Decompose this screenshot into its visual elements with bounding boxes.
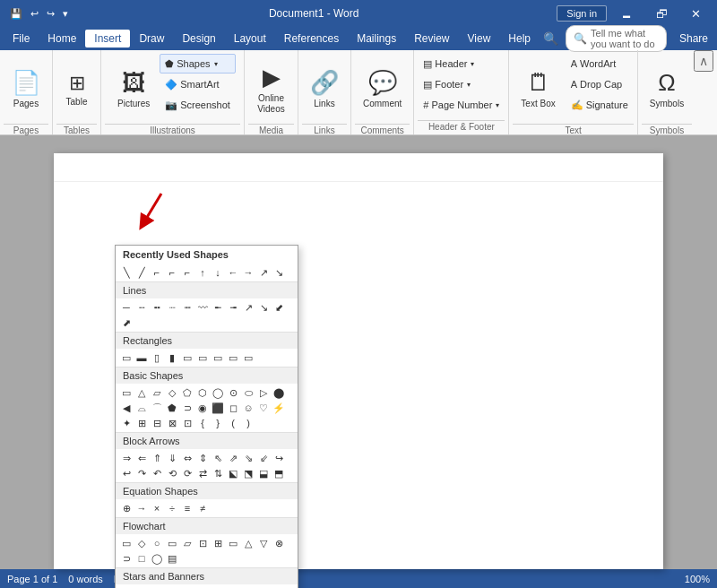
shape-icon[interactable]: ) <box>241 416 255 430</box>
menu-insert[interactable]: Insert <box>85 30 130 48</box>
shape-icon[interactable]: ⟳ <box>180 466 194 480</box>
shape-icon[interactable]: ⊠ <box>165 416 179 430</box>
shape-icon[interactable]: ⇙ <box>256 451 271 465</box>
symbols-button[interactable]: Ω Symbols <box>642 54 692 124</box>
links-button[interactable]: 🔗 Links <box>302 54 347 124</box>
redo-button[interactable]: ↪ <box>44 6 57 22</box>
shape-icon[interactable]: △ <box>241 536 255 550</box>
shape-icon[interactable]: ⬟ <box>165 401 179 415</box>
shape-icon[interactable]: ▭ <box>165 536 179 550</box>
pictures-button[interactable]: 🖼 Pictures <box>109 54 158 124</box>
shape-icon[interactable]: ⊙ <box>226 385 240 400</box>
shape-icon[interactable]: ◻ <box>226 401 240 415</box>
shape-icon[interactable]: ⇖ <box>211 451 225 465</box>
footer-button[interactable]: ▤ Footer ▾ <box>418 74 505 94</box>
shape-icon[interactable]: → <box>134 501 149 515</box>
shape-icon[interactable]: ⬤ <box>272 385 286 400</box>
menu-help[interactable]: Help <box>499 30 540 48</box>
shape-icon[interactable]: ↩ <box>119 466 134 480</box>
dropcap-button[interactable]: A Drop Cap <box>566 74 634 94</box>
shape-icon[interactable]: ⊡ <box>195 536 210 550</box>
shape-icon[interactable]: ⌒ <box>150 401 164 415</box>
shape-icon[interactable]: ↗ <box>256 265 271 280</box>
undo-button[interactable]: ↩ <box>28 6 41 22</box>
shape-icon[interactable]: ⬕ <box>226 466 240 480</box>
shape-icon[interactable]: ↘ <box>256 300 271 315</box>
smartart-button[interactable]: 🔷 SmartArt <box>160 74 236 94</box>
shape-icon[interactable]: ⇐ <box>134 451 149 465</box>
shape-icon[interactable]: ╲ <box>119 265 134 280</box>
shape-icon[interactable]: ⟲ <box>165 466 179 480</box>
shapes-button[interactable]: ⬟ Shapes ▾ <box>160 54 236 74</box>
shape-icon[interactable]: ⊞ <box>134 416 149 430</box>
shape-icon[interactable]: ▬ <box>134 350 149 365</box>
shape-icon[interactable]: ╼ <box>226 300 240 315</box>
shape-icon[interactable]: ▭ <box>226 536 240 550</box>
shape-icon[interactable]: ⌐ <box>180 265 194 280</box>
shape-icon[interactable]: ⬛ <box>211 401 225 415</box>
shape-icon[interactable]: ⇔ <box>180 451 194 465</box>
menu-mailings[interactable]: Mailings <box>348 30 405 48</box>
shape-icon[interactable]: ⬓ <box>256 466 271 480</box>
shape-icon[interactable]: ▭ <box>119 536 134 550</box>
shape-icon[interactable]: ▤ <box>165 551 179 566</box>
shape-icon[interactable]: ⊡ <box>180 416 194 430</box>
page-number-button[interactable]: # Page Number ▾ <box>418 95 505 115</box>
tell-me-input[interactable]: 🔍 Tell me what you want to do <box>566 25 667 52</box>
shape-icon[interactable]: ▭ <box>119 350 134 365</box>
shape-icon[interactable]: ┉ <box>180 300 194 315</box>
menu-references[interactable]: References <box>275 30 348 48</box>
shape-icon[interactable]: ▭ <box>180 350 194 365</box>
online-videos-button[interactable]: ▶ OnlineVideos <box>249 54 292 124</box>
shape-icon[interactable]: → <box>241 265 255 280</box>
menu-home[interactable]: Home <box>39 30 85 48</box>
shape-icon[interactable]: ⇄ <box>195 466 210 480</box>
shape-icon[interactable]: ⬭ <box>241 385 255 400</box>
shape-icon[interactable]: ▱ <box>150 385 164 400</box>
menu-view[interactable]: View <box>459 30 500 48</box>
shape-icon[interactable]: ⬡ <box>195 385 210 400</box>
shape-icon[interactable]: ⇘ <box>241 451 255 465</box>
shape-icon[interactable]: ⬠ <box>180 385 194 400</box>
shape-icon[interactable]: ┈ <box>165 300 179 315</box>
shape-icon[interactable]: ◇ <box>165 385 179 400</box>
shape-icon[interactable]: ▭ <box>195 350 210 365</box>
shape-icon[interactable]: ⊃ <box>119 551 134 566</box>
comment-button[interactable]: 💬 Comment <box>355 54 410 124</box>
shape-icon[interactable]: ⇕ <box>195 451 210 465</box>
shape-icon[interactable]: ▷ <box>256 385 271 400</box>
shape-icon[interactable]: ⬋ <box>272 300 286 315</box>
shape-icon[interactable]: ⬒ <box>272 466 286 480</box>
signature-button[interactable]: ✍ Signature <box>566 95 634 115</box>
screenshot-button[interactable]: 📷 Screenshot <box>160 95 236 115</box>
shape-icon[interactable]: ⚡ <box>272 401 286 415</box>
shape-icon[interactable]: ↓ <box>211 265 225 280</box>
restore-button[interactable]: 🗗 <box>647 4 677 24</box>
shape-icon[interactable]: ⊟ <box>150 416 164 430</box>
shape-icon[interactable]: ◀ <box>119 401 134 415</box>
shape-icon[interactable]: 〰 <box>195 300 210 315</box>
shape-icon[interactable]: ⇑ <box>150 451 164 465</box>
shape-icon[interactable]: ⊗ <box>272 536 286 550</box>
shape-icon[interactable]: { <box>195 416 210 430</box>
shape-icon[interactable]: ▭ <box>226 350 240 365</box>
text-box-button[interactable]: 🗒 Text Box <box>513 54 563 124</box>
customize-button[interactable]: ▾ <box>60 6 71 22</box>
shape-icon[interactable]: } <box>211 416 225 430</box>
shape-icon[interactable]: ◯ <box>211 385 225 400</box>
shape-icon[interactable]: ▭ <box>119 385 134 400</box>
shape-icon[interactable]: ⇗ <box>226 451 240 465</box>
shape-icon[interactable]: ⌐ <box>150 265 164 280</box>
shape-icon[interactable]: □ <box>134 551 149 566</box>
shape-icon[interactable]: × <box>150 501 164 515</box>
shape-icon[interactable]: ▭ <box>211 350 225 365</box>
shape-icon[interactable]: ◇ <box>134 536 149 550</box>
shape-icon[interactable]: ▮ <box>165 350 179 365</box>
shape-icon[interactable]: ◉ <box>195 401 210 415</box>
wordart-button[interactable]: A WordArt <box>566 54 634 74</box>
pages-button[interactable]: 📄 Pages <box>4 54 48 124</box>
shape-icon[interactable]: ↪ <box>272 451 286 465</box>
menu-file[interactable]: File <box>4 30 39 48</box>
shape-icon[interactable]: ≠ <box>195 501 210 515</box>
shape-icon[interactable]: ⌓ <box>134 401 149 415</box>
